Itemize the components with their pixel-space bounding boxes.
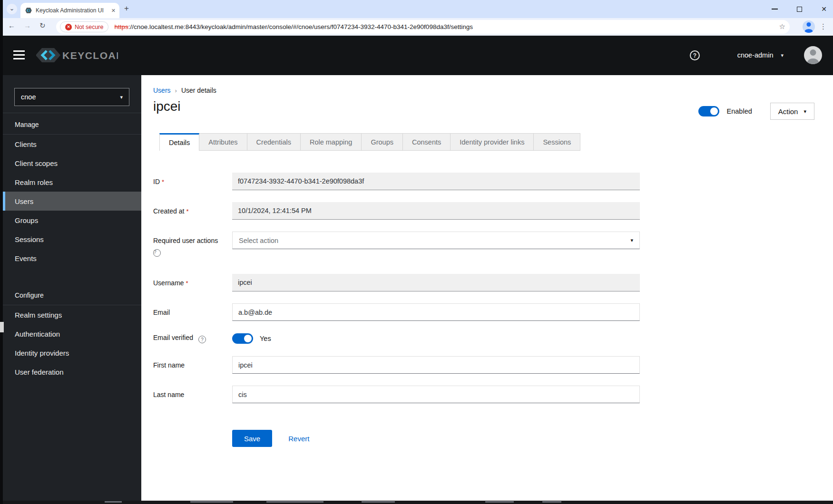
field-row-username: Username* (153, 274, 640, 291)
url-rest: ://cnoe.localtest.me:8443/keycloak/admin… (128, 23, 473, 30)
avatar[interactable] (804, 46, 822, 64)
select-placeholder: Select action (239, 237, 278, 244)
sidebar-item-clients[interactable]: Clients (3, 135, 141, 154)
email-label: Email (153, 303, 232, 321)
tab-identity-provider-links[interactable]: Identity provider links (451, 133, 534, 151)
sidebar-item-identity-providers[interactable]: Identity providers (3, 343, 141, 362)
field-row-first-name: First name (153, 356, 640, 374)
browser-menu-icon[interactable]: ⋮ (820, 22, 827, 31)
tab-close-icon[interactable]: ✕ (111, 8, 116, 14)
window-minimize-icon[interactable] (772, 9, 778, 10)
url-scheme: https (114, 23, 128, 30)
email-verified-toggle[interactable] (232, 333, 253, 344)
breadcrumb-users-link[interactable]: Users (153, 87, 171, 94)
field-row-last-name: Last name (153, 386, 640, 403)
sidebar-item-events[interactable]: Events (3, 249, 141, 268)
user-menu-label: cnoe-admin (737, 51, 774, 59)
address-bar[interactable]: ✕ Not secure https://cnoe.localtest.me:8… (56, 20, 790, 34)
sidebar-item-groups[interactable]: Groups (3, 211, 141, 230)
field-row-required-actions: Required user actions ? Select action ▾ (153, 232, 640, 257)
sidebar-item-users[interactable]: Users (3, 192, 141, 211)
chevron-down-icon: ▾ (120, 94, 123, 100)
realm-selector-block: cnoe ▾ (3, 75, 141, 113)
field-row-created-at: Created at* (153, 202, 640, 220)
field-row-email: Email (153, 303, 640, 321)
first-name-label: First name (153, 356, 232, 374)
background-window-bottom-strip (0, 501, 833, 504)
background-window-edge (0, 0, 3, 504)
realm-selector[interactable]: cnoe ▾ (14, 88, 129, 106)
window-maximize-icon[interactable] (797, 7, 802, 12)
enabled-label: Enabled (727, 107, 752, 115)
tab-attributes[interactable]: Attributes (199, 133, 247, 151)
tab-search-icon[interactable]: ⌄ (7, 4, 17, 14)
email-field[interactable] (232, 303, 640, 321)
required-actions-label: Required user actions ? (153, 232, 232, 257)
tab-groups[interactable]: Groups (362, 133, 403, 151)
sidebar-item-realm-roles[interactable]: Realm roles (3, 173, 141, 192)
username-label: Username* (153, 274, 232, 291)
tab-consents[interactable]: Consents (403, 133, 451, 151)
email-verified-state: Yes (260, 335, 271, 342)
realm-name: cnoe (21, 93, 36, 101)
breadcrumb-current: User details (181, 87, 216, 94)
window-close-icon[interactable]: ✕ (821, 6, 827, 12)
page-title: ipcei (153, 99, 181, 114)
browser-titlebar: ⌄ Keycloak Administration UI ✕ + ✕ (0, 0, 833, 18)
id-label: ID* (153, 173, 232, 190)
chevron-down-icon: ▾ (781, 52, 784, 58)
tab-credentials[interactable]: Credentials (247, 133, 301, 151)
chevron-down-icon: ▾ (630, 237, 633, 243)
user-menu[interactable]: cnoe-admin ▾ (737, 51, 784, 59)
tab-sessions[interactable]: Sessions (534, 133, 580, 151)
sidebar-item-realm-settings[interactable]: Realm settings (3, 305, 141, 324)
new-tab-button[interactable]: + (124, 4, 129, 13)
last-name-field[interactable] (232, 386, 640, 403)
nav-section-configure: Configure (3, 284, 141, 305)
required-asterisk: * (186, 280, 188, 287)
field-row-email-verified: Email verified ? Yes (153, 333, 640, 344)
forward-icon[interactable]: → (24, 21, 31, 29)
help-icon[interactable]: ? (690, 50, 700, 60)
user-details-form: ID* Created at* Required user actions ? … (153, 173, 640, 447)
tab-role-mapping[interactable]: Role mapping (301, 133, 362, 151)
first-name-field[interactable] (232, 356, 640, 374)
revert-link[interactable]: Revert (288, 435, 309, 443)
keycloak-masthead: KEYCLOAK ? cnoe-admin ▾ (0, 36, 833, 75)
keycloak-logo[interactable]: KEYCLOAK (36, 47, 118, 64)
sidebar-item-client-scopes[interactable]: Client scopes (3, 154, 141, 173)
email-verified-label: Email verified ? (153, 334, 232, 344)
help-icon[interactable]: ? (198, 336, 206, 343)
tab-details[interactable]: Details (159, 133, 199, 151)
username-field (232, 274, 640, 291)
reload-icon[interactable]: ↻ (39, 21, 46, 30)
browser-tab[interactable]: Keycloak Administration UI ✕ (20, 3, 119, 18)
required-asterisk: * (186, 208, 188, 215)
last-name-label: Last name (153, 386, 232, 403)
bookmark-star-icon[interactable]: ☆ (779, 22, 785, 31)
required-asterisk: * (162, 178, 164, 185)
sidebar-item-user-federation[interactable]: User federation (3, 362, 141, 381)
not-secure-label: Not secure (75, 24, 103, 30)
background-window-artifact (0, 322, 4, 332)
tab-bar: Details Attributes Credentials Role mapp… (159, 133, 580, 151)
breadcrumb-separator-icon: › (175, 87, 177, 94)
save-button[interactable]: Save (232, 430, 272, 447)
browser-toolbar: ← → ↻ ✕ Not secure https://cnoe.localtes… (0, 18, 833, 36)
sidebar-item-sessions[interactable]: Sessions (3, 230, 141, 249)
browser-profile-avatar[interactable] (803, 20, 815, 33)
created-at-label: Created at* (153, 202, 232, 220)
nav-toggle-icon[interactable] (13, 50, 25, 60)
url-text: https://cnoe.localtest.me:8443/keycloak/… (114, 23, 473, 30)
not-secure-badge[interactable]: ✕ Not secure (60, 21, 108, 32)
help-icon[interactable]: ? (153, 249, 161, 257)
breadcrumb: Users › User details (153, 87, 216, 94)
required-actions-select[interactable]: Select action ▾ (232, 232, 640, 249)
sidebar-item-authentication[interactable]: Authentication (3, 324, 141, 343)
form-actions: Save Revert (232, 430, 640, 447)
action-dropdown-button[interactable]: Action ▾ (770, 103, 814, 120)
enabled-toggle[interactable] (698, 106, 719, 116)
nav-section-manage: Manage (3, 113, 141, 135)
tab-title: Keycloak Administration UI (36, 7, 108, 14)
back-icon[interactable]: ← (8, 21, 15, 29)
